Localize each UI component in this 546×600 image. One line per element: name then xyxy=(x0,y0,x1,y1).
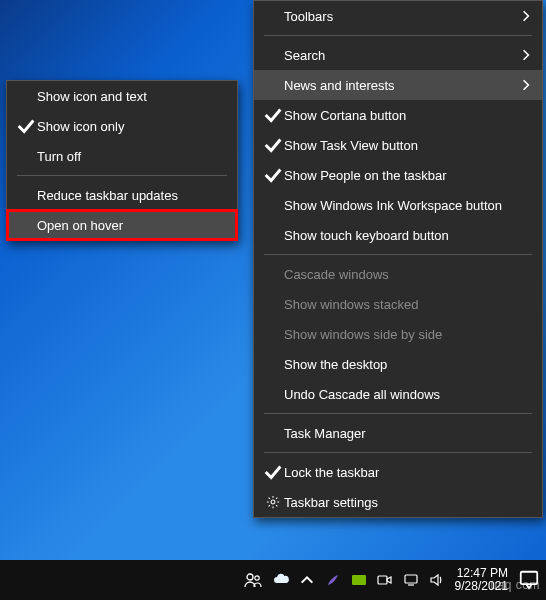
menu-item-side-by-side: Show windows side by side xyxy=(254,319,542,349)
menu-label: Show windows stacked xyxy=(284,297,532,312)
menu-item-undo-cascade[interactable]: Undo Cascade all windows xyxy=(254,379,542,409)
menu-label: Show windows side by side xyxy=(284,327,532,342)
menu-item-reduce-updates[interactable]: Reduce taskbar updates xyxy=(7,180,237,210)
tray-chevron-up-icon[interactable] xyxy=(299,572,315,588)
menu-label: Taskbar settings xyxy=(284,495,532,510)
menu-label: Turn off xyxy=(37,149,227,164)
svg-line-7 xyxy=(269,505,270,506)
menu-label: Task Manager xyxy=(284,426,532,441)
check-icon xyxy=(262,164,284,186)
menu-item-search[interactable]: Search xyxy=(254,40,542,70)
menu-item-ink-workspace[interactable]: Show Windows Ink Workspace button xyxy=(254,190,542,220)
separator xyxy=(17,175,227,176)
svg-line-6 xyxy=(276,505,277,506)
taskbar-clock[interactable]: 12:47 PM 9/28/2021 xyxy=(451,567,512,593)
menu-item-task-manager[interactable]: Task Manager xyxy=(254,418,542,448)
menu-item-open-on-hover[interactable]: Open on hover xyxy=(7,210,237,240)
svg-rect-12 xyxy=(378,576,387,584)
taskbar[interactable]: 12:47 PM 9/28/2021 xyxy=(0,560,546,600)
check-icon xyxy=(262,134,284,156)
menu-label: Show icon only xyxy=(37,119,227,134)
menu-item-task-view[interactable]: Show Task View button xyxy=(254,130,542,160)
menu-item-stacked: Show windows stacked xyxy=(254,289,542,319)
menu-item-taskbar-settings[interactable]: Taskbar settings xyxy=(254,487,542,517)
menu-item-touch-keyboard[interactable]: Show touch keyboard button xyxy=(254,220,542,250)
check-icon xyxy=(15,115,37,137)
chevron-right-icon xyxy=(520,79,532,91)
menu-label: Undo Cascade all windows xyxy=(284,387,532,402)
menu-label: Search xyxy=(284,48,520,63)
meet-now-icon[interactable] xyxy=(377,572,393,588)
svg-point-0 xyxy=(271,500,275,504)
system-tray xyxy=(267,560,451,600)
volume-icon[interactable] xyxy=(429,572,445,588)
menu-item-cortana[interactable]: Show Cortana button xyxy=(254,100,542,130)
menu-item-toolbars[interactable]: Toolbars xyxy=(254,1,542,31)
menu-label: Show Task View button xyxy=(284,138,532,153)
svg-point-10 xyxy=(254,576,258,580)
gear-icon xyxy=(262,495,284,509)
menu-label: Lock the taskbar xyxy=(284,465,532,480)
menu-label: Toolbars xyxy=(284,9,520,24)
people-icon[interactable] xyxy=(243,570,263,590)
onedrive-icon[interactable] xyxy=(273,572,289,588)
menu-label: News and interests xyxy=(284,78,520,93)
svg-rect-11 xyxy=(352,575,366,585)
taskbar-context-menu: Toolbars Search News and interests Show … xyxy=(253,0,543,518)
menu-item-people[interactable]: Show People on the taskbar xyxy=(254,160,542,190)
clock-date: 9/28/2021 xyxy=(455,580,508,593)
svg-line-5 xyxy=(269,498,270,499)
menu-label: Open on hover xyxy=(37,218,227,233)
check-icon xyxy=(262,461,284,483)
network-icon[interactable] xyxy=(403,572,419,588)
menu-label: Show touch keyboard button xyxy=(284,228,532,243)
separator xyxy=(264,254,532,255)
menu-item-show-icon-text[interactable]: Show icon and text xyxy=(7,81,237,111)
chevron-right-icon xyxy=(520,49,532,61)
svg-line-8 xyxy=(276,498,277,499)
menu-label: Show Windows Ink Workspace button xyxy=(284,198,532,213)
menu-label: Reduce taskbar updates xyxy=(37,188,227,203)
nvidia-icon[interactable] xyxy=(351,572,367,588)
menu-label: Show People on the taskbar xyxy=(284,168,532,183)
menu-label: Show Cortana button xyxy=(284,108,532,123)
svg-rect-13 xyxy=(405,575,417,583)
menu-label: Cascade windows xyxy=(284,267,532,282)
check-icon xyxy=(262,104,284,126)
news-interests-submenu: Show icon and text Show icon only Turn o… xyxy=(6,80,238,241)
separator xyxy=(264,413,532,414)
feather-icon[interactable] xyxy=(325,572,341,588)
svg-point-9 xyxy=(247,574,253,580)
separator xyxy=(264,35,532,36)
svg-rect-15 xyxy=(521,572,538,584)
menu-item-show-icon-only[interactable]: Show icon only xyxy=(7,111,237,141)
menu-item-cascade: Cascade windows xyxy=(254,259,542,289)
chevron-right-icon xyxy=(520,10,532,22)
separator xyxy=(264,452,532,453)
menu-item-show-desktop[interactable]: Show the desktop xyxy=(254,349,542,379)
menu-item-news-and-interests[interactable]: News and interests xyxy=(254,70,542,100)
menu-label: Show the desktop xyxy=(284,357,532,372)
menu-label: Show icon and text xyxy=(37,89,227,104)
menu-item-lock-taskbar[interactable]: Lock the taskbar xyxy=(254,457,542,487)
action-center-icon[interactable] xyxy=(518,569,540,591)
menu-item-turn-off[interactable]: Turn off xyxy=(7,141,237,171)
